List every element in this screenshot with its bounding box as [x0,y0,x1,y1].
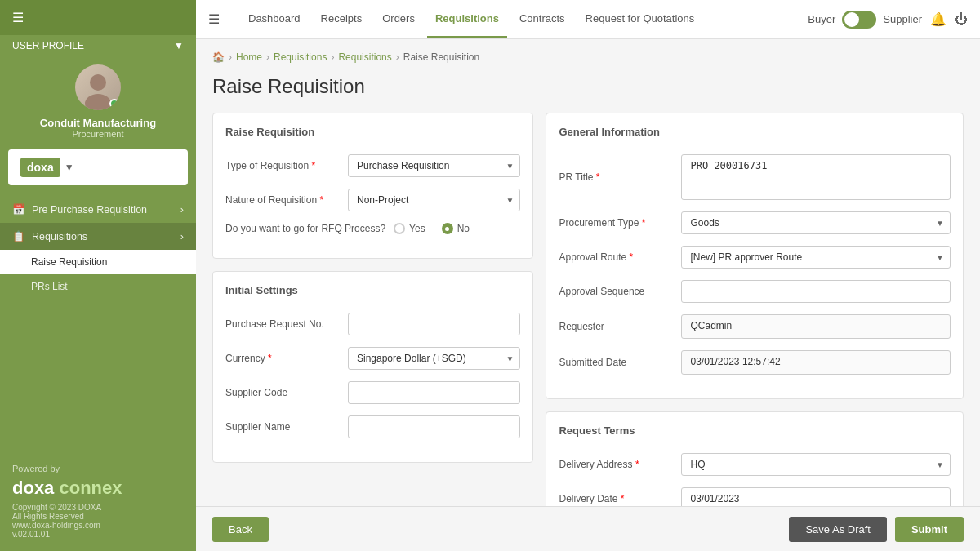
list-icon: 📋 [12,230,25,242]
powered-by: Powered by [12,464,184,473]
sidebar-subitem-raise-requisition[interactable]: Raise Requisition [0,250,196,274]
power-icon[interactable]: ⏻ [955,12,968,27]
logo-arrow: ▼ [65,162,74,173]
rfq-yes-radio[interactable] [394,223,405,234]
delivery-address-select[interactable]: HQ [681,453,951,476]
breadcrumb-home[interactable]: Home [236,51,262,63]
requester-value: QCadmin [681,314,951,339]
brand-doxa: doxa [12,478,54,498]
copyright: Copyright © 2023 DOXA [12,503,184,512]
rfq-no-label: No [457,223,470,234]
supplier-code-row: Supplier Code [225,381,520,404]
company-name: Conduit Manufacturing [40,117,156,129]
currency-label: Currency * [225,353,340,364]
nav-section: 📅 Pre Purchase Requisition › 📋 Requisiti… [0,192,196,451]
breadcrumb-requisitions-2[interactable]: Requisitions [338,51,391,63]
chevron-down-icon: › [180,231,184,242]
brand-connex: connex [59,478,122,498]
rfq-process-label: Do you want to go for RFQ Process? [225,223,385,234]
raise-requisition-card: Raise Requisition Type of Requisition * … [212,113,533,259]
approval-sequence-input[interactable] [681,280,951,303]
rfq-no-radio[interactable] [442,223,453,234]
submitted-date-row: Submitted Date 03/01/2023 12:57:42 [559,350,951,375]
user-profile-label: USER PROFILE [12,40,84,51]
rfq-radio-group: Yes No [394,223,520,234]
general-information-card: General Information PR Title * PRO_20001… [546,113,964,399]
buyer-label: Buyer [808,13,835,25]
avatar [75,64,121,110]
supplier-name-row: Supplier Name [225,415,520,438]
breadcrumb-requisitions-1[interactable]: Requisitions [274,51,327,63]
approval-sequence-row: Approval Sequence [559,280,951,303]
procurement-type-label: Procurement Type * [559,217,673,229]
company-subtitle: Procurement [73,129,124,139]
avatar-area: Conduit Manufacturing Procurement [0,56,196,143]
sidebar-item-requisitions[interactable]: 📋 Requisitions › [0,223,196,250]
type-of-requisition-select[interactable]: Purchase Requisition [348,154,520,177]
currency-row: Currency * Singapore Dollar (+SGD) ▼ [225,347,520,370]
logo-area[interactable]: doxa ▼ [8,149,188,185]
brand-logo: doxa connex [12,478,184,499]
currency-select[interactable]: Singapore Dollar (+SGD) [348,347,520,370]
pr-title-row: PR Title * PRO_200016731 [559,154,951,200]
nav-link-contracts[interactable]: Contracts [511,1,573,38]
svg-point-1 [85,94,111,110]
rfq-yes-label: Yes [409,223,425,234]
main: ☰ Dashboard Receipts Orders Requisitions… [196,0,980,551]
website: www.doxa-holdings.com [12,521,184,530]
chevron-right-icon: › [180,204,184,216]
nature-of-requisition-row: Nature of Requisition * Non-Project ▼ [225,189,520,211]
purchase-request-no-input[interactable] [348,313,520,335]
save-as-draft-button[interactable]: Save As Draft [789,517,886,542]
supplier-code-input[interactable] [348,381,520,404]
approval-route-select[interactable]: [New] PR approver Route [681,246,951,269]
procurement-type-row: Procurement Type * Goods ▼ [559,211,951,234]
nature-of-requisition-select[interactable]: Non-Project [348,189,520,211]
nav-link-orders[interactable]: Orders [374,1,423,38]
nav-link-rfq[interactable]: Request for Quotations [577,1,703,38]
toggle-switch[interactable] [842,11,876,29]
raise-requisition-card-title: Raise Requisition [225,126,520,142]
supplier-name-label: Supplier Name [225,421,340,433]
type-of-requisition-row: Type of Requisition * Purchase Requisiti… [225,154,520,177]
hamburger-icon[interactable]: ☰ [12,10,24,25]
buyer-supplier-toggle[interactable]: Buyer Supplier [808,11,922,29]
prs-list-label: PRs List [31,281,68,292]
supplier-name-input[interactable] [348,415,520,438]
delivery-date-label: Delivery Date * [559,493,673,504]
online-status-dot [109,99,119,109]
supplier-label: Supplier [883,13,922,25]
topnav-links: Dashboard Receipts Orders Requisitions C… [240,1,787,38]
nature-of-requisition-label: Nature of Requisition * [225,194,340,206]
nav-link-dashboard[interactable]: Dashboard [240,1,309,38]
procurement-type-select[interactable]: Goods [681,211,951,234]
nav-link-receipts[interactable]: Receipts [313,1,371,38]
delivery-address-label: Delivery Address * [559,459,673,470]
general-info-card-title: General Information [559,126,951,142]
pr-title-input[interactable]: PRO_200016731 [681,154,951,200]
submitted-date-value: 03/01/2023 12:57:42 [681,350,951,375]
raise-requisition-label: Raise Requisition [31,256,107,268]
sidebar-item-label: Pre Purchase Requisition [32,204,147,216]
topnav-hamburger-icon[interactable]: ☰ [208,11,220,27]
back-button[interactable]: Back [212,517,269,542]
page-title: Raise Requisition [212,75,964,98]
sidebar-item-pre-purchase[interactable]: 📅 Pre Purchase Requisition › [0,196,196,223]
requester-label: Requester [559,321,673,332]
user-profile-row[interactable]: USER PROFILE ▼ [0,35,196,56]
rfq-yes-option[interactable]: Yes [394,223,425,234]
notifications-icon[interactable]: 🔔 [930,11,947,27]
rfq-no-option[interactable]: No [442,223,470,234]
approval-sequence-label: Approval Sequence [559,286,673,297]
requester-row: Requester QCadmin [559,314,951,339]
submitted-date-label: Submitted Date [559,357,673,368]
purchase-request-no-row: Purchase Request No. [225,313,520,335]
cards-row: Raise Requisition Type of Requisition * … [212,113,964,535]
nav-link-requisitions[interactable]: Requisitions [427,1,507,38]
breadcrumb-current: Raise Requisition [403,51,479,63]
sidebar-subitem-prs-list[interactable]: PRs List [0,274,196,299]
submit-button[interactable]: Submit [895,517,964,542]
pr-title-label: PR Title * [559,171,673,183]
home-icon[interactable]: 🏠 [212,51,225,63]
nature-of-requisition-select-wrapper: Non-Project ▼ [348,189,520,211]
